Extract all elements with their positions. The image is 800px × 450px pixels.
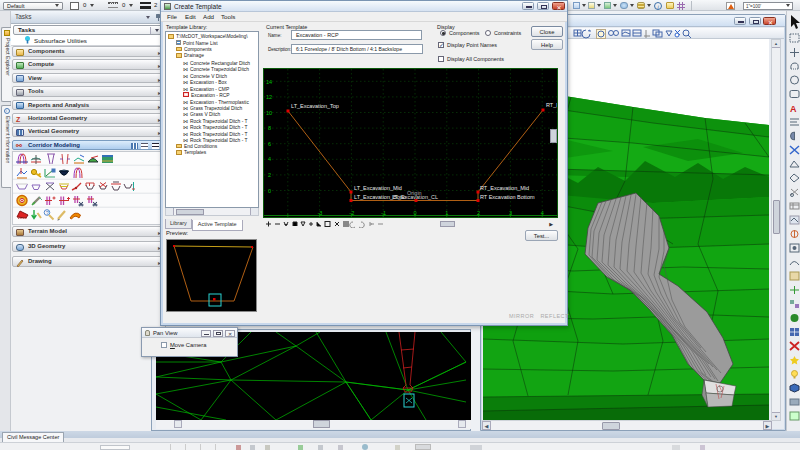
svg-text:LT_Excavation_CL: LT_Excavation_CL [392,194,438,200]
svg-text:RT_E: RT_E [546,102,557,108]
svg-text:4: 4 [268,156,271,162]
svg-text:2: 2 [268,172,271,178]
svg-text:12: 12 [266,94,272,100]
svg-text:8: 8 [268,125,271,131]
svg-text:RT_Excavation_Mid: RT_Excavation_Mid [480,185,529,191]
svg-text:6: 6 [268,141,271,147]
svg-text:0: 0 [268,188,271,194]
svg-text:LT_Excavation_Mid: LT_Excavation_Mid [354,185,402,191]
svg-text:LT_Excavation_Top: LT_Excavation_Top [291,103,339,109]
svg-text:RT Excavation Bottom: RT Excavation Bottom [480,194,535,200]
svg-text:A: A [790,104,797,114]
svg-text:?: ? [46,209,49,215]
svg-text:14: 14 [266,79,272,85]
svg-text:10: 10 [266,110,272,116]
